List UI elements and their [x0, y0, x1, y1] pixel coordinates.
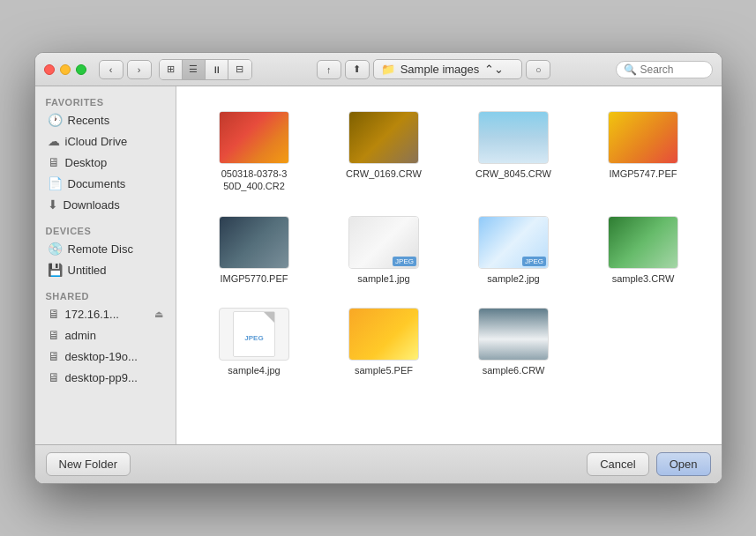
- file-item[interactable]: sample5.PEF: [324, 301, 445, 383]
- sidebar-item-desktop[interactable]: 🖥 Desktop: [39, 152, 172, 173]
- search-input[interactable]: [640, 63, 711, 76]
- file-item[interactable]: CRW_8045.CRW: [453, 104, 574, 200]
- desktoppp9-icon: 🖥: [48, 370, 60, 384]
- shared-label: Shared: [35, 287, 176, 303]
- untitled-label: Untitled: [68, 264, 107, 277]
- documents-icon: 📄: [48, 176, 63, 190]
- maximize-button[interactable]: [76, 64, 86, 75]
- file-item[interactable]: IMGP5747.PEF: [583, 104, 704, 200]
- admin-icon: 🖥: [48, 328, 60, 342]
- bottom-bar: New Folder Cancel Open: [35, 444, 722, 483]
- admin-label: admin: [65, 329, 96, 342]
- file-thumbnail: JPEG: [478, 216, 549, 269]
- file-name: CRW_0169.CRW: [346, 168, 422, 180]
- file-thumbnail: [348, 308, 419, 361]
- file-thumbnail: [478, 111, 549, 164]
- file-name: sample2.jpg: [487, 272, 539, 285]
- view-column-btn[interactable]: ⏸: [206, 60, 228, 79]
- file-name: sample6.CRW: [483, 364, 545, 376]
- sidebar-item-icloud[interactable]: ☁ iCloud Drive: [39, 130, 172, 152]
- forward-button[interactable]: ›: [127, 60, 152, 79]
- desktop-icon: 🖥: [48, 155, 60, 169]
- minimize-button[interactable]: [60, 64, 71, 75]
- tag-button[interactable]: ○: [526, 60, 550, 79]
- sidebar-item-desktoppp9[interactable]: 🖥 desktop-pp9...: [39, 367, 172, 388]
- file-thumbnail: [608, 111, 678, 164]
- file-item[interactable]: JPEG sample2.jpg: [453, 209, 574, 292]
- file-item[interactable]: sample3.CRW: [583, 209, 704, 292]
- location-label: Sample images: [400, 63, 480, 76]
- ip1-label: 172.16.1...: [65, 308, 119, 321]
- file-thumbnail: JPEG: [219, 308, 289, 361]
- file-item[interactable]: JPEG sample4.jpg: [194, 301, 315, 383]
- sidebar-item-admin[interactable]: 🖥 admin: [39, 324, 172, 346]
- file-thumbnail: [219, 216, 289, 269]
- file-name: sample5.PEF: [355, 364, 413, 376]
- file-name: IMGP5770.PEF: [220, 272, 288, 285]
- open-button[interactable]: Open: [656, 452, 711, 476]
- close-button[interactable]: [44, 64, 55, 75]
- search-box: 🔍: [616, 61, 713, 78]
- desktoppp9-label: desktop-pp9...: [65, 371, 138, 384]
- file-item[interactable]: sample6.CRW: [453, 301, 574, 383]
- devices-label: Devices: [35, 222, 176, 238]
- downloads-icon: ⬇: [48, 197, 58, 212]
- sidebar-item-remote-disc[interactable]: 💿 Remote Disc: [39, 238, 172, 259]
- sidebar: Favorites 🕐 Recents ☁ iCloud Drive 🖥 Des…: [35, 86, 176, 444]
- location-picker[interactable]: 📁 Sample images ⌃⌄: [373, 59, 523, 79]
- upload-button[interactable]: ↑: [317, 60, 341, 79]
- file-item[interactable]: 050318-0378-350D_400.CR2: [194, 104, 315, 200]
- file-thumbnail: [348, 111, 419, 164]
- ip1-icon: 🖥: [48, 307, 60, 321]
- file-thumbnail: [219, 111, 289, 164]
- file-thumbnail: [478, 308, 549, 361]
- file-name: sample3.CRW: [612, 272, 675, 285]
- file-name: CRW_8045.CRW: [475, 168, 551, 180]
- finder-window: ‹ › ⊞ ☰ ⏸ ⊟ ↑ ⬆ 📁 Sample images ⌃⌄ ○ 🔍: [34, 52, 722, 484]
- remote-disc-label: Remote Disc: [68, 242, 133, 256]
- desktop-label: Desktop: [65, 156, 108, 169]
- file-grid: 050318-0378-350D_400.CR2 CRW_0169.CRW CR…: [194, 104, 704, 383]
- new-folder-button[interactable]: New Folder: [46, 452, 131, 476]
- back-button[interactable]: ‹: [99, 60, 124, 79]
- sidebar-item-ip1[interactable]: 🖥 172.16.1... ⏏: [39, 303, 172, 324]
- downloads-label: Downloads: [64, 198, 120, 212]
- icloud-icon: ☁: [48, 134, 60, 148]
- search-icon: 🔍: [624, 63, 637, 76]
- file-thumbnail: [608, 216, 678, 269]
- sidebar-item-recents[interactable]: 🕐 Recents: [39, 109, 172, 130]
- sidebar-item-desktop19[interactable]: 🖥 desktop-19o...: [39, 346, 172, 367]
- untitled-icon: 💾: [48, 263, 63, 277]
- folder-icon: 📁: [381, 63, 395, 76]
- share-button[interactable]: ⬆: [345, 60, 370, 79]
- remote-disc-icon: 💿: [48, 242, 63, 256]
- view-icon-btn[interactable]: ⊞: [160, 60, 183, 79]
- icloud-label: iCloud Drive: [65, 135, 128, 148]
- desktop19-icon: 🖥: [48, 349, 60, 363]
- file-thumbnail: JPEG: [348, 216, 419, 269]
- file-name: sample1.jpg: [357, 272, 409, 285]
- file-item[interactable]: IMGP5770.PEF: [194, 209, 315, 292]
- cancel-button[interactable]: Cancel: [587, 452, 648, 476]
- main-content: Favorites 🕐 Recents ☁ iCloud Drive 🖥 Des…: [35, 86, 722, 444]
- location-bar: ↑ ⬆ 📁 Sample images ⌃⌄ ○: [259, 59, 609, 79]
- toolbar-controls: ‹ ›: [99, 60, 152, 79]
- file-area: 050318-0378-350D_400.CR2 CRW_0169.CRW CR…: [176, 86, 722, 444]
- view-list-btn[interactable]: ☰: [183, 60, 206, 79]
- file-name: IMGP5747.PEF: [609, 168, 677, 180]
- sidebar-item-downloads[interactable]: ⬇ Downloads: [39, 194, 172, 215]
- traffic-lights: [44, 64, 86, 75]
- chevron-icon: ⌃⌄: [484, 63, 504, 76]
- sidebar-item-documents[interactable]: 📄 Documents: [39, 173, 172, 194]
- desktop19-label: desktop-19o...: [65, 350, 138, 363]
- view-coverflow-btn[interactable]: ⊟: [228, 60, 251, 79]
- jpeg-badge: JPEG: [522, 257, 546, 266]
- file-item[interactable]: CRW_0169.CRW: [324, 104, 445, 200]
- title-bar: ‹ › ⊞ ☰ ⏸ ⊟ ↑ ⬆ 📁 Sample images ⌃⌄ ○ 🔍: [35, 53, 722, 86]
- file-name: 050318-0378-350D_400.CR2: [221, 168, 288, 193]
- file-item[interactable]: JPEG sample1.jpg: [324, 209, 445, 292]
- eject-button[interactable]: ⏏: [154, 309, 163, 320]
- sidebar-item-untitled[interactable]: 💾 Untitled: [39, 259, 172, 280]
- file-name: sample4.jpg: [228, 364, 280, 376]
- documents-label: Documents: [68, 177, 126, 190]
